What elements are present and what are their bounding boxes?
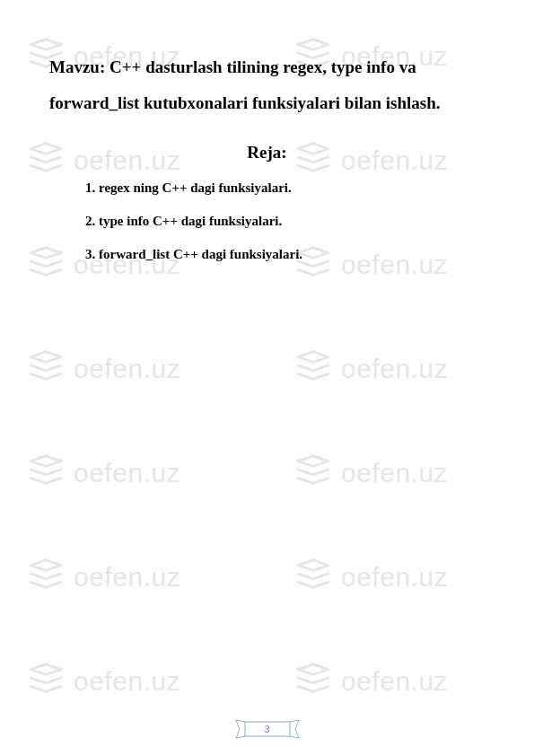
watermark-item: oefen.uz xyxy=(294,558,448,595)
stack-icon xyxy=(294,558,332,595)
watermark-text: oefen.uz xyxy=(341,354,448,384)
watermark-text: oefen.uz xyxy=(74,458,180,488)
document-title: Mavzu: C++ dasturlash tilining regex, ty… xyxy=(49,49,485,121)
list-item: 3. forward_list C++ dagi funksiyalari. xyxy=(85,245,485,264)
page-number-banner: 3 xyxy=(234,718,301,740)
stack-icon xyxy=(294,454,332,491)
watermark-item: oefen.uz xyxy=(294,350,448,387)
page-footer: 3 xyxy=(234,718,301,740)
watermark-item: oefen.uz xyxy=(27,663,180,699)
plan-list: 1. regex ning C++ dagi funksiyalari. 2. … xyxy=(49,179,485,264)
watermark-item: oefen.uz xyxy=(27,558,180,595)
watermark-item: oefen.uz xyxy=(294,454,448,491)
page-number: 3 xyxy=(265,725,270,734)
title-body: C++ dasturlash tilining regex, type info… xyxy=(49,57,441,112)
list-item: 2. type info C++ dagi funksiyalari. xyxy=(85,212,485,231)
watermark-item: oefen.uz xyxy=(27,350,180,387)
watermark-text: oefen.uz xyxy=(74,354,180,384)
stack-icon xyxy=(27,350,65,387)
list-item: 1. regex ning C++ dagi funksiyalari. xyxy=(85,179,485,198)
watermark-item: oefen.uz xyxy=(294,663,448,699)
watermark-text: oefen.uz xyxy=(74,666,180,697)
stack-icon xyxy=(294,350,332,387)
plan-heading: Reja: xyxy=(49,143,485,163)
watermark-text: oefen.uz xyxy=(341,666,448,697)
stack-icon xyxy=(27,663,65,699)
stack-icon xyxy=(294,663,332,699)
title-label: Mavzu: xyxy=(49,57,105,76)
document-content: Mavzu: C++ dasturlash tilining regex, ty… xyxy=(0,0,534,264)
watermark-text: oefen.uz xyxy=(341,562,448,593)
stack-icon xyxy=(27,454,65,491)
watermark-item: oefen.uz xyxy=(27,454,180,491)
stack-icon xyxy=(27,558,65,595)
watermark-text: oefen.uz xyxy=(74,562,180,593)
watermark-text: oefen.uz xyxy=(341,458,448,488)
